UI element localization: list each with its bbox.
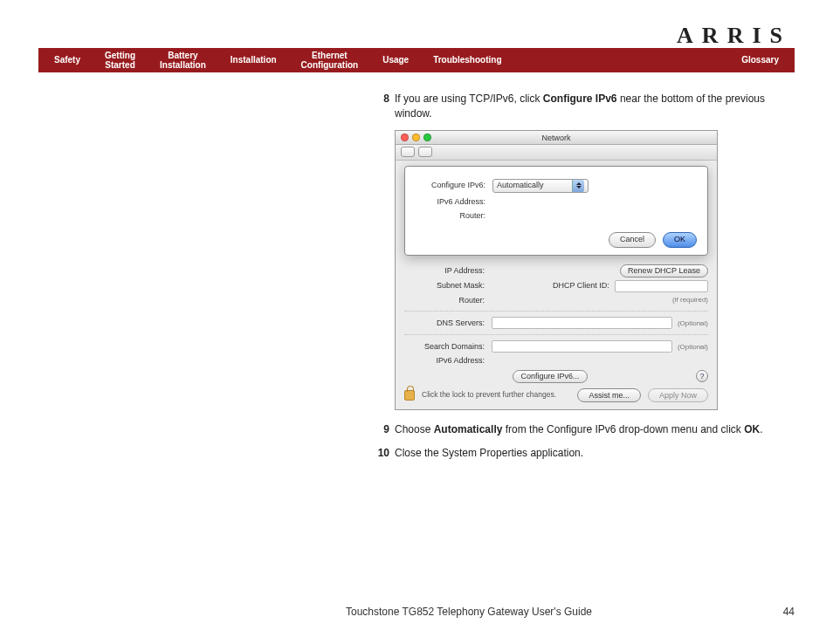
step-9-bold-ok: OK [744,423,760,435]
help-icon[interactable]: ? [696,370,708,382]
lock-icon[interactable] [404,390,415,401]
nav-safety[interactable]: Safety [42,55,93,65]
back-button[interactable] [401,147,415,157]
panel-ipv6-address-label: IPv6 Address: [404,355,492,367]
nav-installation[interactable]: Installation [218,55,289,65]
if-required-note: (if required) [672,295,708,305]
top-nav: Safety Getting Started Battery Installat… [38,48,795,72]
mac-network-window: Network Configure IPv6: Automatically [395,130,718,410]
search-domains-label: Search Domains: [404,341,492,353]
dns-optional-note: (Optional) [678,319,708,328]
step-9-text-e: . [760,423,762,435]
sheet-router-label: Router: [416,210,492,222]
step-10-text: Close the System Properties application. [395,446,791,461]
nav-battery-installation[interactable]: Battery Installation [148,51,218,71]
step-8-text: If you are using TCP/IPv6, click Configu… [395,92,791,121]
mac-body: Configure IPv6: Automatically IPv6 Addre… [396,161,717,409]
nav-usage[interactable]: Usage [370,55,421,65]
dhcp-client-id-label: DHCP Client ID: [553,280,615,291]
nav-getting-started[interactable]: Getting Started [93,51,148,71]
step-9-number: 9 [375,422,395,437]
step-9-text-a: Choose [395,423,434,435]
mac-titlebar: Network [396,131,717,145]
dns-servers-label: DNS Servers: [404,318,492,329]
mac-toolbar [396,145,717,161]
search-domains-field[interactable] [492,340,672,353]
dns-servers-field[interactable] [492,317,672,329]
subnet-mask-label: Subnet Mask: [404,280,492,291]
main-content: 8 If you are using TCP/IPv6, click Confi… [375,92,791,469]
panel-router-label: Router: [404,295,492,306]
assist-me-button[interactable]: Assist me... [577,388,641,402]
renew-dhcp-button[interactable]: Renew DHCP Lease [620,264,708,277]
step-8-number: 8 [375,92,395,121]
step-8: 8 If you are using TCP/IPv6, click Confi… [375,92,791,121]
lock-text: Click the lock to prevent further change… [422,390,556,401]
configure-ipv6-dropdown[interactable]: Automatically [492,179,589,193]
nav-getting-started-l1: Getting [105,51,135,61]
sheet-ipv6-address-label: IPv6 Address: [416,196,492,208]
nav-troubleshooting[interactable]: Troubleshooting [421,55,513,65]
step-10-number: 10 [375,446,395,461]
nav-battery-l1: Battery [160,51,206,61]
page-footer: Touchstone TG852 Telephony Gateway User'… [38,606,795,618]
nav-ethernet-l2: Configuration [301,60,359,71]
cancel-button[interactable]: Cancel [609,232,656,248]
ip-address-label: IP Address: [404,265,492,277]
nav-ethernet-config[interactable]: Ethernet Configuration [289,51,371,71]
nav-glossary[interactable]: Glossary [729,55,791,65]
nav-ethernet-l1: Ethernet [301,51,359,61]
close-icon[interactable] [401,134,409,141]
configure-ipv6-button[interactable]: Configure IPv6... [513,370,587,383]
step-9-text-c: from the Configure IPv6 drop-down menu a… [502,423,744,435]
forward-button[interactable] [418,147,432,157]
search-optional-note: (Optional) [678,342,708,352]
step-9-text: Choose Automatically from the Configure … [395,422,791,437]
footer-title: Touchstone TG852 Telephony Gateway User'… [346,606,592,618]
step-9: 9 Choose Automatically from the Configur… [375,422,791,437]
step-8-text-a: If you are using TCP/IPv6, click [395,92,543,105]
zoom-icon[interactable] [423,134,431,141]
ok-button[interactable]: OK [663,232,697,248]
minimize-icon[interactable] [412,134,420,141]
page-number: 44 [783,606,795,618]
step-10: 10 Close the System Properties applicati… [375,446,791,461]
step-9-bold-auto: Automatically [434,423,503,435]
dropdown-arrow-icon [572,180,584,192]
nav-battery-l2: Installation [160,60,206,71]
configure-ipv6-label: Configure IPv6: [416,180,492,191]
nav-getting-started-l2: Started [105,60,135,71]
brand-logo: ARRIS [677,23,791,49]
traffic-lights [401,134,431,141]
step-8-bold: Configure IPv6 [543,92,617,105]
apply-now-button: Apply Now [648,388,708,402]
mac-window-title: Network [541,134,570,142]
configure-ipv6-value: Automatically [497,180,544,191]
dhcp-client-id-field[interactable] [615,280,708,292]
configure-ipv6-sheet: Configure IPv6: Automatically IPv6 Addre… [404,166,708,256]
